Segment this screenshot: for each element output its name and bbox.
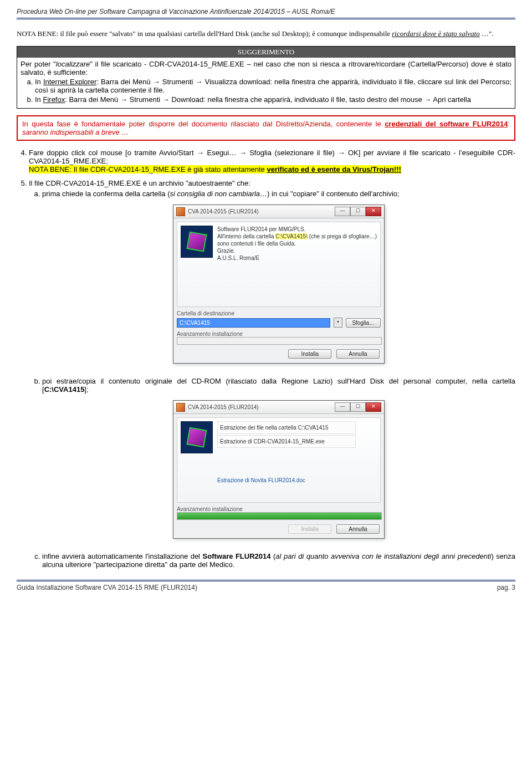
redbox-b: credenziali del software FLUR2014 xyxy=(385,120,508,128)
app-icon xyxy=(176,403,185,412)
browse-button[interactable]: Sfoglia… xyxy=(346,318,381,328)
sugg-b-post: : Barra dei Menù → Strumenti → Download:… xyxy=(65,95,471,104)
step5-c-bold: Software FLUR2014 xyxy=(203,552,271,560)
step4-text: Fare doppio click col mouse [o tramite A… xyxy=(29,149,515,165)
package-icon xyxy=(181,421,213,453)
nota-bene: NOTA BENE: il file può essere "salvato" … xyxy=(17,29,515,38)
step5-a: prima chiede la conferma della cartella … xyxy=(42,190,515,364)
progress-label: Avanzamento installazione xyxy=(177,331,381,337)
progress-bar xyxy=(177,337,382,345)
step-5: Il file CDR-CVA2014-15_RME.EXE è un arch… xyxy=(29,179,515,569)
minimize-button[interactable]: — xyxy=(335,207,350,216)
sugg-item-b: In Firefox: Barra dei Menù → Strumenti →… xyxy=(35,95,511,104)
sugg-a-post: : Barra dei Menù → Strumenti → Visualizz… xyxy=(35,78,511,94)
dlg1-line3: Grazie. xyxy=(217,247,377,254)
step4-nota-a: NOTA BENE: Il file CDR-CVA2014-15_RME.EX… xyxy=(29,165,267,173)
sugg-item-a: In Internet Explorer: Barra dei Menù → S… xyxy=(35,78,511,94)
dlg2-extract-label: Estrazione di Novita FLUR2014.doc xyxy=(217,477,356,484)
suggerimento-box: SUGGERIMENTO Per poter "localizzare" il … xyxy=(17,46,515,109)
dest-label: Cartella di destinazione xyxy=(177,310,381,316)
footer-right: pag. 3 xyxy=(497,584,515,591)
cancel-button[interactable]: Annulla xyxy=(336,349,380,359)
titlebar: CVA 2014-2015 (FLUR2014) — ☐ ✕ xyxy=(173,205,384,218)
step5-b: poi estrae/copia il contenuto originale … xyxy=(42,377,515,539)
step5-b-pre: poi estrae/copia il contenuto originale … xyxy=(42,377,515,394)
sugg-b-link: Firefox xyxy=(43,95,65,104)
step5-a-it: si consiglia di non cambiarla… xyxy=(170,190,268,198)
step5-a-post: ) in cui "copiare" il contenuto dell'arc… xyxy=(267,190,400,198)
nota-suffix: …". xyxy=(480,29,494,38)
maximize-button[interactable]: ☐ xyxy=(350,402,366,412)
install-button-disabled: Installa xyxy=(288,524,331,534)
dialog2-title: CVA 2014-2015 (FLUR2014) xyxy=(188,404,259,410)
step-4: Fare doppio click col mouse [o tramite A… xyxy=(29,149,515,173)
dlg1-line2b: C:\CVA1415\ xyxy=(275,233,308,239)
minimize-button[interactable]: — xyxy=(335,402,350,412)
step5-b-post: ]; xyxy=(84,385,88,394)
step5-c: infine avvierà automaticamente l'install… xyxy=(42,552,515,569)
page-header: Procedura Web On-line per Software Campa… xyxy=(17,8,515,19)
sugg-intro-b: localizzare xyxy=(56,60,90,68)
dlg2-line1: Estrazione dei file nella cartella C:\CV… xyxy=(217,421,356,434)
footer-left: Guida Installazione Software CVA 2014-15… xyxy=(17,584,197,591)
credentials-alert: In questa fase è fondamentale poter disp… xyxy=(17,115,515,141)
nota-emph: ricordarsi dove è stato salvato xyxy=(392,29,479,38)
progress-bar-2 xyxy=(177,512,382,520)
suggerimento-title: SUGGERIMENTO xyxy=(17,47,515,58)
close-button[interactable]: ✕ xyxy=(366,402,381,412)
cancel-button-2[interactable]: Annulla xyxy=(336,524,380,534)
nota-prefix: NOTA BENE: il file può essere "salvato" … xyxy=(17,29,392,38)
sugg-a-pre: In xyxy=(35,78,43,86)
install-button[interactable]: Installa xyxy=(288,349,331,359)
progress-label-2: Avanzamento installazione xyxy=(177,506,381,512)
destination-input[interactable]: C:\CVA1415 xyxy=(177,318,330,328)
step5-a-pre: prima chiede la conferma della cartella … xyxy=(42,190,170,198)
destination-dropdown[interactable]: ▾ xyxy=(334,318,342,328)
step5-intro: Il file CDR-CVA2014-15_RME.EXE è un arch… xyxy=(29,179,250,187)
sugg-intro-a: Per poter " xyxy=(21,60,56,68)
extract-dialog-1: CVA 2014-2015 (FLUR2014) — ☐ ✕ xyxy=(173,205,385,364)
step5-b-bold: C:\CVA1415 xyxy=(44,385,85,394)
extract-dialog-2: CVA 2014-2015 (FLUR2014) — ☐ ✕ xyxy=(173,400,385,539)
titlebar: CVA 2014-2015 (FLUR2014) — ☐ ✕ xyxy=(173,401,384,414)
dlg1-line2a: All'interno della cartella xyxy=(217,233,275,239)
sugg-b-pre: In xyxy=(35,95,43,104)
package-icon xyxy=(181,226,213,258)
dlg1-line4: A.U.S.L. Roma/E xyxy=(217,254,377,262)
dialog1-title: CVA 2014-2015 (FLUR2014) xyxy=(188,208,259,215)
step4-nota-b: verificato ed è esente da Virus/Trojan!!… xyxy=(267,165,401,173)
step5-c-it: al pari di quanto avveniva con le instal… xyxy=(275,552,491,560)
redbox-a: In questa fase è fondamentale poter disp… xyxy=(22,120,385,128)
redbox-c: : xyxy=(508,120,510,128)
page-footer: Guida Installazione Software CVA 2014-15… xyxy=(17,580,515,591)
sugg-a-link: Internet Explorer xyxy=(43,78,97,86)
dlg1-line1: Software FLUR2014 per MMG/PLS. xyxy=(217,226,377,233)
step5-c-pre: infine avvierà automaticamente l'install… xyxy=(42,552,203,560)
sugg-intro-c: " il file scaricato - CDR-CVA2014-15_RME… xyxy=(21,60,511,76)
app-icon xyxy=(176,207,185,216)
dlg2-line2: Estrazione di CDR-CVA2014-15_RME.exe xyxy=(217,435,356,448)
close-button[interactable]: ✕ xyxy=(366,207,381,216)
redbox-d: saranno indispensabili a breve … xyxy=(22,128,129,136)
maximize-button[interactable]: ☐ xyxy=(350,207,366,216)
